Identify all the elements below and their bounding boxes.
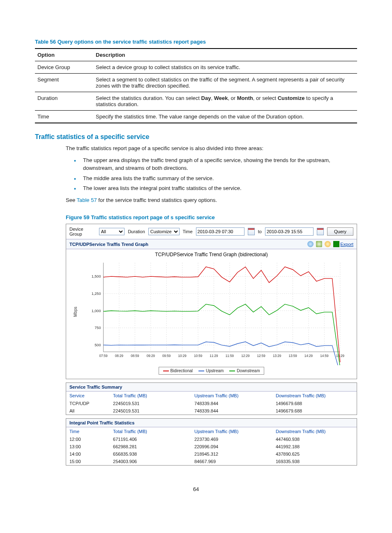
- th-time[interactable]: Time: [66, 427, 110, 436]
- th-up[interactable]: Upstream Traffic (MB): [191, 392, 272, 400]
- svg-text:13:29: 13:29: [273, 354, 281, 358]
- cell-option: Device Group: [35, 61, 93, 74]
- svg-text:500: 500: [95, 343, 101, 347]
- excel-icon: [333, 241, 339, 247]
- cell: 12:00: [66, 436, 110, 443]
- cell: 84667.969: [191, 458, 272, 465]
- svg-text:1,500: 1,500: [92, 274, 101, 278]
- chart-legend: Bidirectional Upstream Downstream: [159, 367, 265, 375]
- legend-up: Upstream: [206, 368, 224, 373]
- legend-down: Downstream: [237, 368, 260, 373]
- device-group-select[interactable]: All: [99, 228, 125, 235]
- summary-title: Service Traffic Summary: [66, 383, 357, 392]
- th-down[interactable]: Downstream Traffic (MB): [272, 427, 357, 436]
- bullet-list: The upper area displays the traffic tren…: [74, 157, 357, 192]
- see-text: See Table 57 for the service traffic tre…: [66, 197, 357, 204]
- txt: , or select: [253, 95, 278, 101]
- th-service[interactable]: Service: [66, 392, 110, 400]
- table56-title: Table 56 Query options on the service tr…: [35, 39, 357, 45]
- config-icon[interactable]: [316, 241, 322, 247]
- cell: TCP/UDP: [66, 400, 110, 407]
- svg-text:07:59: 07:59: [99, 354, 108, 358]
- cell: 220996.094: [191, 443, 272, 450]
- refresh-icon[interactable]: [307, 241, 314, 247]
- legend-bidir: Bidirectional: [171, 368, 193, 373]
- time-to-label: to: [258, 229, 262, 234]
- svg-text:09:59: 09:59: [162, 354, 171, 358]
- calendar-icon[interactable]: [248, 228, 255, 235]
- cell: 169335.938: [272, 458, 357, 465]
- svg-text:750: 750: [95, 325, 101, 330]
- list-item: The upper area displays the traffic tren…: [74, 157, 357, 172]
- query-button[interactable]: Query: [327, 227, 353, 236]
- table56: Option Description Device Group Select a…: [35, 48, 357, 123]
- svg-text:14:59: 14:59: [320, 354, 329, 358]
- help-icon[interactable]: [325, 241, 331, 247]
- table-row: 15:00 254003.906 84667.969 169335.938: [66, 458, 357, 465]
- chart-area: Mbps 5007501,0001,2501,50007:5908:2908:5…: [83, 258, 348, 365]
- table-row: All 2245019.531 748339.844 1496679.688: [66, 407, 357, 415]
- cell-desc: Select a device group to collect statist…: [93, 61, 357, 74]
- cell: 1496679.688: [272, 407, 357, 415]
- cell: All: [66, 407, 110, 415]
- duration-select[interactable]: Customize: [148, 228, 180, 235]
- th-down[interactable]: Downstream Traffic (MB): [272, 392, 357, 400]
- summary-panel: Service Traffic Summary Service Total Tr…: [66, 382, 357, 415]
- cell: 447460.938: [272, 436, 357, 443]
- table57-link[interactable]: Table 57: [77, 197, 97, 203]
- cell: 662988.281: [110, 443, 191, 450]
- time-from-input[interactable]: [196, 227, 244, 236]
- filter-bar: Device Group All Duration Customize Time…: [66, 224, 357, 239]
- duration-label: Duration: [128, 229, 145, 234]
- cell: 441992.188: [272, 443, 357, 450]
- time-to-input[interactable]: [265, 227, 314, 236]
- integral-panel: Integral Point Traffic Statistics Time T…: [66, 418, 357, 466]
- th-option: Option: [35, 49, 93, 61]
- table-row: Time Specify the statistics time. The va…: [35, 111, 357, 123]
- th-up[interactable]: Upstream Traffic (MB): [191, 427, 272, 436]
- table-row: Segment Select a segment to collect stat…: [35, 74, 357, 92]
- cell: 223730.469: [191, 436, 272, 443]
- cell: 14:00: [66, 450, 110, 458]
- figure-screenshot: Device Group All Duration Customize Time…: [66, 224, 357, 379]
- svg-text:15:29: 15:29: [336, 354, 345, 358]
- txt: Select the statistics duration. You can …: [96, 95, 201, 101]
- txt: Week: [214, 95, 228, 101]
- txt: Day: [201, 95, 211, 101]
- txt: Month: [237, 95, 253, 101]
- chart-title: TCP/UDPService Traffic Trend Graph (bidi…: [66, 249, 357, 258]
- svg-text:11:29: 11:29: [210, 354, 218, 358]
- svg-text:10:29: 10:29: [178, 354, 187, 358]
- th-total[interactable]: Total Traffic (MB): [110, 392, 191, 400]
- list-item: The lower area lists the integral point …: [74, 185, 357, 192]
- svg-text:13:59: 13:59: [288, 354, 297, 358]
- page-number: 64: [35, 486, 357, 492]
- y-axis-label: Mbps: [73, 307, 78, 317]
- svg-text:12:59: 12:59: [257, 354, 266, 358]
- time-label: Time: [183, 229, 193, 234]
- txt: Customize: [278, 95, 305, 101]
- graph-panel-header: TCP/UDPService Traffis Trend Graph Expor…: [66, 239, 357, 249]
- table-row: TCP/UDP 2245019.531 748339.844 1496679.6…: [66, 400, 357, 407]
- th-total[interactable]: Total Traffic (MB): [110, 427, 191, 436]
- export-label: Export: [340, 242, 353, 247]
- cell: 437890.625: [272, 450, 357, 458]
- cell: 218945.312: [191, 450, 272, 458]
- cell: 656835.938: [110, 450, 191, 458]
- cell-desc: Specify the statistics time. The value r…: [93, 111, 357, 123]
- txt: ,: [211, 95, 214, 101]
- svg-text:14:29: 14:29: [304, 354, 313, 358]
- txt: See: [66, 197, 77, 203]
- section-heading: Traffic statistics of a specific service: [35, 133, 357, 141]
- device-group-label: Device Group: [69, 227, 96, 236]
- export-link[interactable]: Export: [333, 241, 353, 247]
- list-item: The middle area lists the traffic summar…: [74, 175, 357, 183]
- svg-text:08:59: 08:59: [131, 354, 139, 358]
- cell: 748339.844: [191, 400, 272, 407]
- cell-option: Segment: [35, 74, 93, 92]
- table-row: Duration Select the statistics duration.…: [35, 92, 357, 111]
- table-row: 14:00 656835.938 218945.312 437890.625: [66, 450, 357, 458]
- cell-option: Duration: [35, 92, 93, 111]
- calendar-icon[interactable]: [317, 228, 324, 235]
- svg-text:1,250: 1,250: [92, 291, 101, 296]
